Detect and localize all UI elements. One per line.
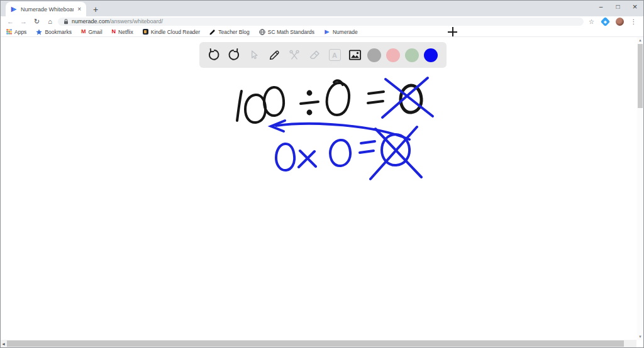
- equation-black-100-div-0: [237, 80, 421, 122]
- color-swatch-blue[interactable]: [424, 48, 438, 62]
- url-text: numerade.com/answers/whiteboard/: [72, 19, 163, 24]
- bookmark-teacher-blog[interactable]: Teacher Blog: [209, 29, 250, 35]
- tab-strip: Numerade Whiteboard × + – □ ×: [1, 1, 643, 16]
- scroll-left-icon[interactable]: ◄: [1, 341, 6, 347]
- cut-tool-button[interactable]: [287, 48, 302, 63]
- bookmark-label: Bookmarks: [45, 29, 72, 35]
- back-icon[interactable]: ←: [5, 18, 16, 25]
- url-domain: numerade.com: [72, 18, 109, 24]
- vertical-scroll-thumb[interactable]: [638, 44, 643, 108]
- bookmark-label: Teacher Blog: [218, 29, 250, 35]
- tab-title: Numerade Whiteboard: [21, 6, 74, 13]
- cursor-icon: [248, 49, 260, 62]
- redo-button[interactable]: [226, 48, 242, 63]
- forward-icon[interactable]: →: [18, 18, 29, 25]
- netflix-icon: N: [112, 29, 116, 35]
- star-icon: [36, 29, 42, 35]
- numerade-favicon-icon: [10, 6, 18, 13]
- pencil-icon: [209, 29, 216, 35]
- horizontal-scroll-thumb[interactable]: [7, 340, 624, 347]
- bookmark-netflix[interactable]: N Netflix: [112, 29, 133, 35]
- ink-strokes: [1, 37, 644, 348]
- bookmark-label: Netflix: [118, 29, 133, 35]
- pencil-icon: [268, 48, 281, 62]
- tab-close-icon[interactable]: ×: [77, 6, 82, 13]
- tab-numerade-whiteboard[interactable]: Numerade Whiteboard ×: [6, 2, 86, 16]
- bookmark-gmail[interactable]: M Gmail: [81, 29, 103, 35]
- url-field[interactable]: numerade.com/answers/whiteboard/: [58, 18, 584, 26]
- image-tool-button[interactable]: [347, 48, 362, 63]
- reload-icon[interactable]: ↻: [31, 18, 42, 25]
- text-tool-button[interactable]: A: [327, 48, 342, 63]
- maximize-button[interactable]: □: [609, 1, 626, 13]
- bookmark-apps[interactable]: Apps: [6, 29, 26, 35]
- globe-icon: [259, 29, 265, 35]
- scroll-down-icon[interactable]: ▼: [637, 334, 643, 339]
- home-icon[interactable]: ⌂: [45, 18, 55, 25]
- crosshair-cursor: [448, 27, 457, 36]
- equation-blue-0-times-0: [271, 78, 433, 179]
- bookmark-star-icon[interactable]: ☆: [586, 19, 597, 25]
- select-tool-button[interactable]: [247, 48, 262, 63]
- scrollbar-corner: [636, 340, 643, 347]
- text-tool-icon: A: [329, 49, 341, 61]
- image-icon: [348, 48, 362, 62]
- undo-button[interactable]: [206, 48, 221, 63]
- bookmarks-bar: Apps Bookmarks M Gmail N Netflix Kindle …: [1, 27, 643, 37]
- kindle-icon: [143, 29, 148, 35]
- minimize-button[interactable]: –: [592, 1, 609, 13]
- browser-window: Numerade Whiteboard × + – □ × ← → ↻ ⌂ nu…: [0, 0, 644, 348]
- pen-tool-button[interactable]: [267, 48, 282, 63]
- url-path: /answers/whiteboard/: [109, 18, 163, 24]
- bookmark-numerade[interactable]: Numerade: [324, 29, 358, 35]
- color-swatch-pink[interactable]: [386, 48, 400, 62]
- bookmark-kindle-cloud-reader[interactable]: Kindle Cloud Reader: [143, 29, 200, 35]
- window-controls: – □ ×: [592, 1, 643, 13]
- browser-menu-icon[interactable]: ⋮: [628, 19, 639, 25]
- whiteboard-toolbar: A: [199, 42, 447, 68]
- lock-icon: [64, 19, 69, 24]
- bookmark-label: Numerade: [333, 29, 358, 35]
- bookmark-sc-math-standards[interactable]: SC Math Standards: [259, 29, 314, 35]
- bookmark-label: Gmail: [88, 29, 102, 35]
- bookmark-label: SC Math Standards: [268, 29, 314, 35]
- scroll-up-icon[interactable]: ▲: [637, 38, 643, 43]
- new-tab-button[interactable]: +: [93, 5, 98, 14]
- color-swatch-gray[interactable]: [367, 48, 381, 62]
- bookmark-label: Apps: [14, 29, 26, 35]
- scissors-icon: [288, 49, 301, 62]
- eraser-icon: [308, 48, 321, 62]
- eraser-tool-button[interactable]: [307, 48, 322, 63]
- apps-grid-icon: [6, 29, 12, 35]
- horizontal-scrollbar[interactable]: ◄: [1, 340, 636, 347]
- whiteboard-canvas[interactable]: A: [1, 37, 643, 347]
- profile-avatar[interactable]: [616, 18, 624, 26]
- redo-icon: [227, 48, 241, 62]
- extension-icon[interactable]: [601, 17, 611, 27]
- address-bar: ← → ↻ ⌂ numerade.com/answers/whiteboard/…: [1, 16, 643, 27]
- undo-icon: [207, 48, 221, 62]
- numerade-logo-icon: [324, 29, 330, 35]
- close-window-button[interactable]: ×: [626, 1, 643, 13]
- gmail-icon: M: [81, 29, 86, 35]
- bookmark-bookmarks[interactable]: Bookmarks: [36, 29, 72, 35]
- bookmark-label: Kindle Cloud Reader: [151, 29, 200, 35]
- vertical-scrollbar[interactable]: ▲ ▼: [637, 37, 643, 340]
- color-swatch-green[interactable]: [405, 48, 419, 62]
